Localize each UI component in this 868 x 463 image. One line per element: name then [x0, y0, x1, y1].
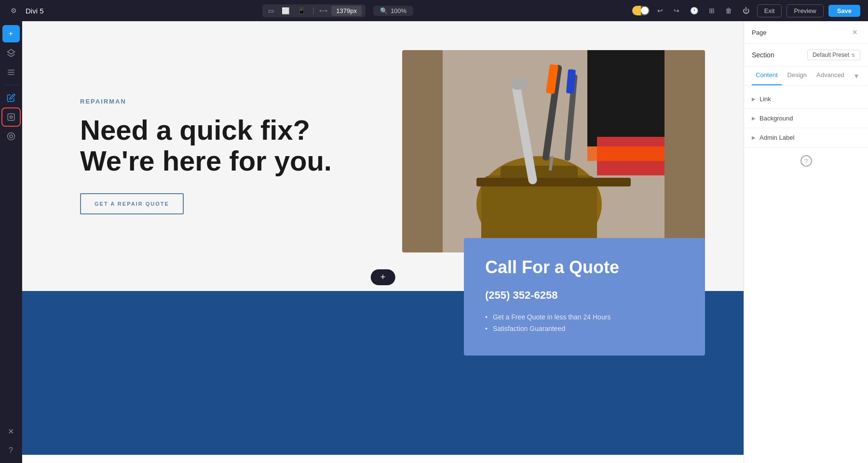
- help-icon[interactable]: ?: [800, 155, 812, 167]
- add-element-btn[interactable]: +: [2, 25, 20, 42]
- zoom-display: 🔍 100%: [373, 6, 413, 16]
- layers-btn[interactable]: [2, 44, 20, 62]
- panel-preset-selector[interactable]: Default Preset ⇅: [807, 50, 860, 60]
- accordion-link-label: Link: [760, 95, 771, 103]
- hero-image: [402, 50, 705, 252]
- panel-body: ▶ Link ▶ Background ▶ Admin Label: [744, 86, 868, 463]
- preset-label: Default Preset: [813, 52, 849, 58]
- hero-title: Need a quick fix? We're here for you.: [80, 115, 383, 176]
- accordion-link: ▶ Link: [744, 90, 868, 109]
- wireframe-btn[interactable]: ⊞: [706, 5, 718, 16]
- history-btn[interactable]: 🕐: [687, 5, 701, 16]
- sidebar-divider: [4, 85, 18, 85]
- tool-illustration: [402, 50, 705, 252]
- quote-card-phone: (255) 352-6258: [485, 289, 684, 302]
- expand-icon: ⟷: [319, 7, 327, 14]
- accordion-admin-label-arrow: ▶: [752, 135, 756, 140]
- svg-rect-14: [476, 178, 631, 186]
- svg-marker-0: [7, 50, 14, 54]
- svg-rect-4: [8, 114, 14, 120]
- preset-arrow: ⇅: [851, 53, 855, 58]
- accordion-admin-label-header[interactable]: ▶ Admin Label: [744, 128, 868, 147]
- top-bar: ⚙ Divi 5 ▭ ⬜ 📱 | ⟷ 1379px 🔍 100% ↩ ↪ 🕐 ⊞…: [0, 0, 868, 21]
- accordion-background-label: Background: [760, 115, 793, 122]
- blue-section: Call For a Quote (255) 352-6258 Get a Fr…: [22, 291, 744, 455]
- accordion-admin-label-text: Admin Label: [760, 134, 794, 141]
- tab-more-btn[interactable]: ▾: [853, 66, 860, 85]
- exit-button[interactable]: Exit: [757, 4, 782, 17]
- accordion-background-header[interactable]: ▶ Background: [744, 109, 868, 128]
- edit-btn[interactable]: [2, 89, 20, 106]
- quote-card: Call For a Quote (255) 352-6258 Get a Fr…: [464, 238, 705, 356]
- tab-design[interactable]: Design: [784, 66, 811, 85]
- panel-close-btn[interactable]: ×: [849, 27, 860, 38]
- accordion-background-arrow: ▶: [752, 116, 756, 121]
- panel-section-label: Section: [752, 51, 774, 59]
- quote-card-bullets: Get a Free Quote in less than 24 Hours S…: [485, 313, 684, 332]
- desktop-view-btn[interactable]: ▭: [266, 6, 276, 15]
- components-btn[interactable]: [2, 128, 20, 145]
- app-title: Divi 5: [26, 7, 44, 15]
- tools-btn[interactable]: ✕: [2, 423, 20, 440]
- accordion-admin-label: ▶ Admin Label: [744, 128, 868, 147]
- undo-btn[interactable]: ↩: [654, 5, 666, 16]
- viewport-selector: ▭ ⬜ 📱 | ⟷ 1379px: [262, 4, 366, 17]
- cursor-btn[interactable]: [2, 108, 20, 126]
- zoom-value: 100%: [391, 7, 407, 14]
- power-btn[interactable]: ⏻: [740, 5, 752, 16]
- panel-header: Page ×: [744, 21, 868, 44]
- canvas-area: REPAIRMAN Need a quick fix? We're here f…: [22, 21, 744, 463]
- quote-card-title: Call For a Quote: [485, 257, 684, 278]
- bullet-item-2: Satisfaction Guaranteed: [485, 325, 684, 332]
- topbar-center: ▭ ⬜ 📱 | ⟷ 1379px 🔍 100%: [262, 4, 413, 17]
- hero-label: REPAIRMAN: [80, 98, 383, 105]
- page-content: REPAIRMAN Need a quick fix? We're here f…: [22, 21, 744, 463]
- trash-btn[interactable]: 🗑: [722, 5, 735, 16]
- tablet-view-btn[interactable]: ⬜: [280, 6, 292, 15]
- accordion-link-header[interactable]: ▶ Link: [744, 90, 868, 108]
- bullet-item-1: Get a Free Quote in less than 24 Hours: [485, 313, 684, 321]
- accordion-background: ▶ Background: [744, 109, 868, 128]
- svg-point-6: [10, 135, 13, 138]
- svg-point-5: [7, 133, 14, 140]
- svg-rect-8: [587, 50, 665, 146]
- hero-left-column: REPAIRMAN Need a quick fix? We're here f…: [80, 88, 383, 215]
- tab-advanced[interactable]: Advanced: [813, 66, 848, 85]
- add-row-button[interactable]: +: [371, 269, 395, 285]
- settings-icon-btn[interactable]: ⚙: [8, 5, 20, 16]
- panel-header-title: Page: [752, 29, 766, 36]
- topbar-left: ⚙ Divi 5: [8, 5, 44, 16]
- panel-help-area: ?: [744, 147, 868, 174]
- svg-rect-10: [587, 146, 665, 161]
- structure-btn[interactable]: [2, 64, 20, 81]
- panel-tabs: Content Design Advanced ▾: [744, 66, 868, 86]
- help-btn[interactable]: ?: [2, 442, 20, 459]
- left-sidebar: + ✕ ?: [0, 21, 22, 463]
- panel-section-row: Section Default Preset ⇅: [744, 44, 868, 66]
- topbar-right: ↩ ↪ 🕐 ⊞ 🗑 ⏻ Exit Preview Save: [632, 4, 860, 17]
- save-button[interactable]: Save: [828, 5, 860, 17]
- main-layout: + ✕ ? REPAIRMAN Need a quick fix? We'r: [0, 21, 868, 463]
- tool-image-area: [402, 50, 705, 252]
- right-panel: Page × Section Default Preset ⇅ Content …: [744, 21, 868, 463]
- accordion-link-arrow: ▶: [752, 96, 756, 102]
- tab-content[interactable]: Content: [752, 66, 782, 85]
- preview-button[interactable]: Preview: [787, 4, 823, 17]
- hero-cta-button[interactable]: GET A REPAIR QUOTE: [80, 193, 184, 214]
- redo-btn[interactable]: ↪: [671, 5, 682, 16]
- zoom-icon: 🔍: [380, 7, 388, 14]
- viewport-size-display[interactable]: 1379px: [331, 6, 362, 16]
- mobile-view-btn[interactable]: 📱: [296, 6, 308, 15]
- theme-toggle[interactable]: [632, 6, 650, 15]
